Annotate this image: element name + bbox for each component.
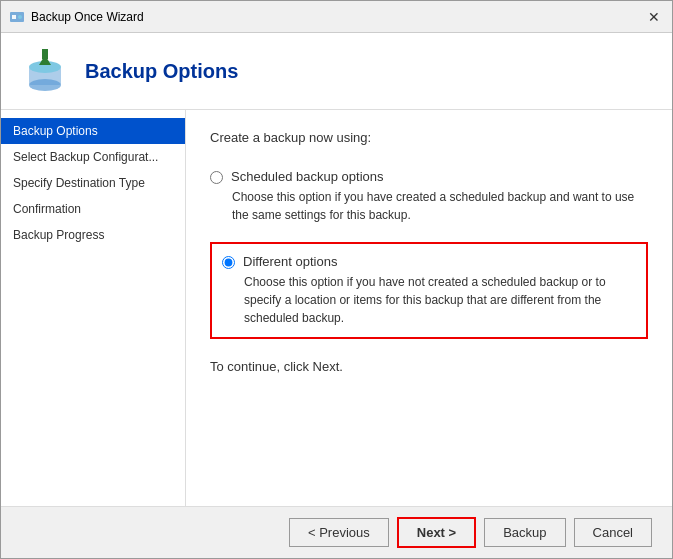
content-area: Backup Options Select Backup Configurat.… (1, 110, 672, 506)
header-title: Backup Options (85, 60, 238, 83)
bottom-bar: < Previous Next > Backup Cancel (1, 506, 672, 558)
create-label: Create a backup now using: (210, 130, 648, 145)
sidebar-item-backup-options[interactable]: Backup Options (1, 118, 185, 144)
svg-point-2 (18, 15, 22, 19)
title-bar: Backup Once Wizard ✕ (1, 1, 672, 33)
main-content: Create a backup now using: Scheduled bac… (186, 110, 672, 506)
close-button[interactable]: ✕ (644, 7, 664, 27)
sidebar-item-confirmation[interactable]: Confirmation (1, 196, 185, 222)
sidebar-item-select-backup-config[interactable]: Select Backup Configurat... (1, 144, 185, 170)
sidebar: Backup Options Select Backup Configurat.… (1, 110, 186, 506)
footer-text: To continue, click Next. (210, 359, 648, 374)
title-bar-left: Backup Once Wizard (9, 9, 144, 25)
sidebar-item-specify-destination-type[interactable]: Specify Destination Type (1, 170, 185, 196)
option1-title[interactable]: Scheduled backup options (231, 169, 384, 184)
option1-row: Scheduled backup options (210, 169, 648, 184)
window-icon (9, 9, 25, 25)
backup-button[interactable]: Backup (484, 518, 565, 547)
option2-desc: Choose this option if you have not creat… (244, 273, 636, 327)
window-title: Backup Once Wizard (31, 10, 144, 24)
sidebar-item-backup-progress[interactable]: Backup Progress (1, 222, 185, 248)
backup-icon (21, 47, 69, 95)
main-window: Backup Once Wizard ✕ Backup Options Back… (0, 0, 673, 559)
option1-radio[interactable] (210, 171, 223, 184)
svg-rect-1 (12, 15, 16, 19)
option2-title[interactable]: Different options (243, 254, 337, 269)
option1-block: Scheduled backup options Choose this opt… (210, 159, 648, 234)
option2-block-selected: Different options Choose this option if … (210, 242, 648, 339)
option2-radio[interactable] (222, 256, 235, 269)
next-button[interactable]: Next > (397, 517, 476, 548)
previous-button[interactable]: < Previous (289, 518, 389, 547)
cancel-button[interactable]: Cancel (574, 518, 652, 547)
option1-desc: Choose this option if you have created a… (232, 188, 648, 224)
svg-rect-7 (42, 49, 48, 59)
option2-row: Different options (222, 254, 636, 269)
header-bar: Backup Options (1, 33, 672, 110)
